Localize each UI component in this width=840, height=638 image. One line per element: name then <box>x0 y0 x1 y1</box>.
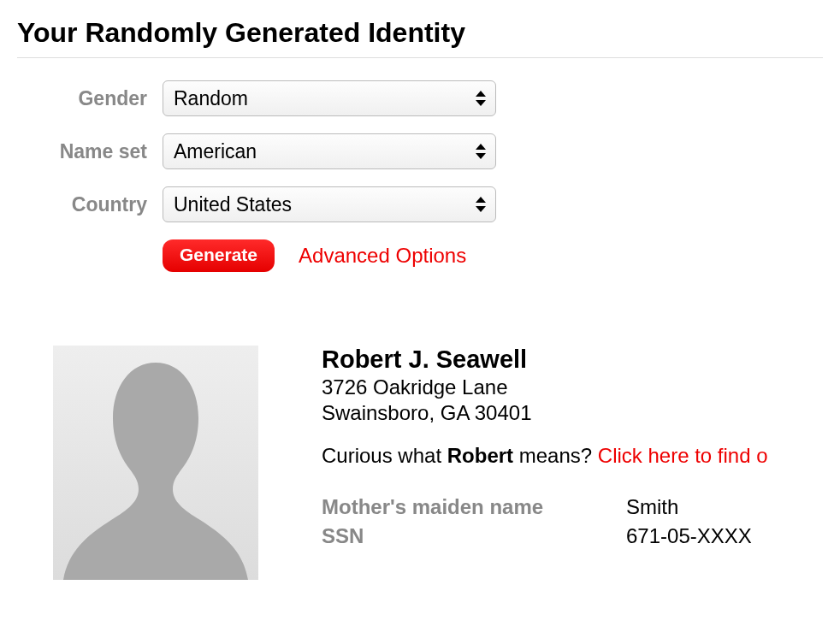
address-line-2: Swainsboro, GA 30401 <box>322 401 768 425</box>
identity-details: Robert J. Seawell 3726 Oakridge Lane Swa… <box>322 346 768 580</box>
name-meaning-prompt: Curious what Robert means? Click here to… <box>322 444 768 468</box>
curious-prefix: Curious what <box>322 444 447 467</box>
gender-select[interactable]: Random <box>163 80 496 116</box>
person-silhouette-icon <box>53 346 258 580</box>
country-select[interactable]: United States <box>163 186 496 222</box>
person-name: Robert J. Seawell <box>322 346 768 374</box>
meta-row-maiden: Mother's maiden name Smith <box>322 495 768 519</box>
nameset-select[interactable]: American <box>163 133 496 169</box>
identity-form: Gender Random Name set American Country … <box>17 80 823 272</box>
address-line-1: 3726 Oakridge Lane <box>322 375 768 399</box>
form-row-nameset: Name set American <box>17 133 823 169</box>
gender-label: Gender <box>17 87 163 110</box>
advanced-options-link[interactable]: Advanced Options <box>299 244 466 268</box>
curious-name: Robert <box>447 444 513 467</box>
page-title: Your Randomly Generated Identity <box>17 17 823 58</box>
meta-value-maiden: Smith <box>626 495 678 519</box>
form-row-country: Country United States <box>17 186 823 222</box>
form-row-gender: Gender Random <box>17 80 823 116</box>
avatar <box>53 346 258 580</box>
gender-select-wrap: Random <box>163 80 496 116</box>
meta-row-ssn: SSN 671-05-XXXX <box>322 524 768 548</box>
nameset-label: Name set <box>17 140 163 163</box>
name-meaning-link[interactable]: Click here to find o <box>598 444 768 467</box>
country-label: Country <box>17 193 163 216</box>
identity-section: Robert J. Seawell 3726 Oakridge Lane Swa… <box>17 346 823 580</box>
form-actions: Generate Advanced Options <box>17 239 823 272</box>
meta-value-ssn: 671-05-XXXX <box>626 524 752 548</box>
generate-button[interactable]: Generate <box>163 239 275 272</box>
identity-meta: Mother's maiden name Smith SSN 671-05-XX… <box>322 495 768 548</box>
meta-label-maiden: Mother's maiden name <box>322 495 626 519</box>
nameset-select-wrap: American <box>163 133 496 169</box>
curious-suffix: means? <box>513 444 598 467</box>
country-select-wrap: United States <box>163 186 496 222</box>
meta-label-ssn: SSN <box>322 524 626 548</box>
